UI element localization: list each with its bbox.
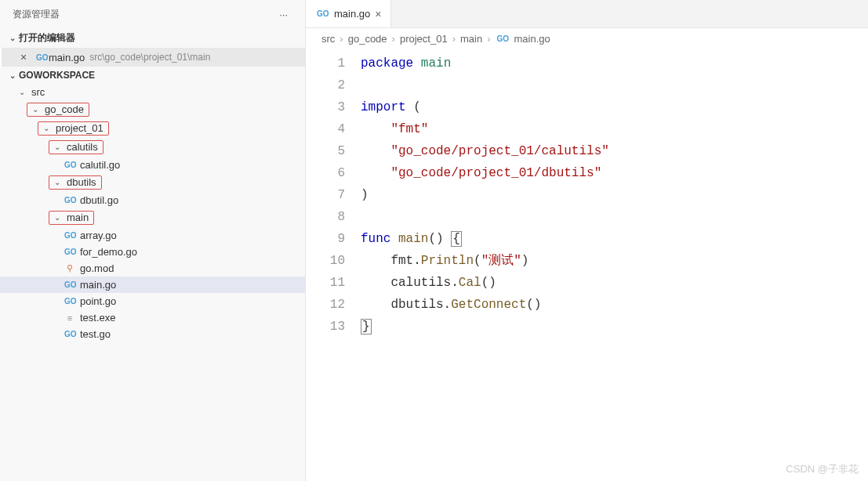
chevron-down-icon: ⌄: [51, 213, 64, 222]
chevron-down-icon: ⌄: [51, 143, 64, 151]
breadcrumb-item[interactable]: main: [460, 33, 482, 45]
tree-file-point-go[interactable]: GO point.go: [0, 293, 305, 309]
sidebar-title: 资源管理器: [13, 8, 60, 21]
editor-tabs: GO main.go ×: [306, 0, 868, 28]
tree-folder-dbutils[interactable]: ⌄dbutils: [0, 173, 305, 192]
chevron-down-icon: ⌄: [6, 34, 19, 42]
chevron-right-icon: ›: [487, 33, 490, 45]
chevron-down-icon: ⌄: [40, 124, 53, 132]
workspace-header[interactable]: ⌄ GOWORKSPACE: [0, 67, 305, 84]
chevron-right-icon: ›: [452, 33, 456, 45]
file-tree: ⌄ src ⌄go_code ⌄project_01 ⌄calutils GO …: [0, 84, 305, 342]
tree-folder-main[interactable]: ⌄main: [0, 208, 305, 227]
open-editors-label: 打开的编辑器: [19, 31, 75, 45]
close-icon[interactable]: ×: [375, 8, 381, 20]
editor-area: GO main.go × src › go_code › project_01 …: [306, 0, 868, 481]
tab-main-go[interactable]: GO main.go ×: [306, 0, 391, 27]
tree-folder-calutils[interactable]: ⌄calutils: [0, 138, 305, 157]
tree-folder-go-code[interactable]: ⌄go_code: [0, 100, 305, 119]
workspace-section: ⌄ GOWORKSPACE ⌄ src ⌄go_code ⌄project_01…: [0, 67, 305, 342]
open-editors-header[interactable]: ⌄ 打开的编辑器: [0, 28, 305, 48]
explorer-sidebar: 资源管理器 ··· ⌄ 打开的编辑器 × GO main.go src\go_c…: [0, 0, 306, 481]
open-editor-filename: main.go: [49, 52, 85, 63]
go-file-icon: GO: [496, 34, 510, 43]
chevron-down-icon: ⌄: [16, 88, 28, 96]
watermark: CSDN @子非花: [786, 462, 859, 476]
tree-file-test-exe[interactable]: ≡ test.exe: [0, 309, 305, 326]
tree-file-array-go[interactable]: GO array.go: [0, 227, 305, 244]
tree-folder-src[interactable]: ⌄ src: [0, 84, 305, 100]
code-content[interactable]: package main import ( "fmt" "go_code/pro…: [361, 52, 868, 481]
go-file-icon: GO: [63, 297, 77, 306]
line-gutter: 1 2 3 4 5 6 7 8 9 10 11 12 13: [306, 52, 361, 481]
open-editors-section: ⌄ 打开的编辑器 × GO main.go src\go_code\projec…: [0, 28, 305, 67]
go-file-icon: GO: [63, 231, 77, 240]
go-file-icon: GO: [63, 330, 77, 338]
tree-folder-project-01[interactable]: ⌄project_01: [0, 119, 305, 138]
chevron-right-icon: ›: [392, 33, 395, 45]
go-file-icon: GO: [315, 9, 329, 18]
breadcrumb-item[interactable]: main.go: [514, 33, 550, 45]
chevron-down-icon: ⌄: [29, 105, 42, 114]
tree-file-go-mod[interactable]: ⚲ go.mod: [0, 260, 305, 277]
sidebar-header: 资源管理器 ···: [0, 0, 305, 28]
code-editor[interactable]: 1 2 3 4 5 6 7 8 9 10 11 12 13 package ma…: [306, 49, 868, 481]
chevron-right-icon: ›: [340, 33, 343, 45]
file-icon: ≡: [63, 313, 77, 323]
go-file-icon: GO: [63, 196, 77, 204]
tree-file-test-go[interactable]: GO test.go: [0, 326, 305, 342]
tab-label: main.go: [334, 8, 370, 20]
go-file-icon: GO: [63, 280, 77, 289]
tree-file-calutil-go[interactable]: GO calutil.go: [0, 157, 305, 173]
breadcrumb-item[interactable]: src: [321, 33, 335, 45]
tree-file-for-demo-go[interactable]: GO for_demo.go: [0, 244, 305, 260]
go-file-icon: GO: [63, 161, 77, 169]
breadcrumb-item[interactable]: project_01: [400, 33, 448, 45]
chevron-down-icon: ⌄: [51, 178, 64, 186]
workspace-label: GOWORKSPACE: [19, 70, 95, 81]
rss-icon: ⚲: [63, 263, 77, 273]
breadcrumb-item[interactable]: go_code: [348, 33, 387, 45]
open-editor-item[interactable]: × GO main.go src\go_code\project_01\main: [0, 48, 305, 67]
go-file-icon: GO: [63, 248, 77, 256]
breadcrumb[interactable]: src › go_code › project_01 › main › GO m…: [306, 28, 868, 49]
open-editor-path: src\go_code\project_01\main: [89, 52, 210, 63]
go-file-icon: GO: [35, 53, 49, 62]
close-icon[interactable]: ×: [20, 51, 35, 63]
more-icon[interactable]: ···: [274, 7, 292, 22]
tree-file-dbutil-go[interactable]: GO dbutil.go: [0, 192, 305, 208]
chevron-down-icon: ⌄: [6, 71, 19, 80]
tree-file-main-go[interactable]: GO main.go: [0, 277, 305, 293]
